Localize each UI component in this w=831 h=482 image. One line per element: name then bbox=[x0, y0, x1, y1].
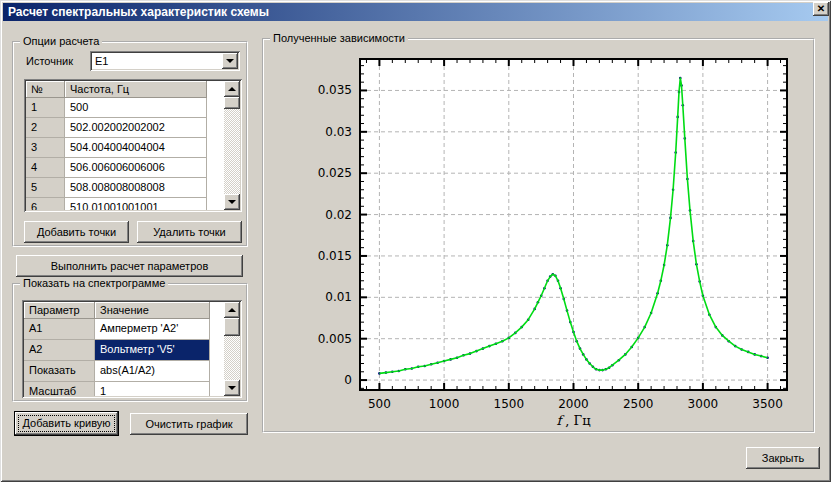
parameter-name-cell: Показать bbox=[24, 361, 95, 382]
y-tick-label: 0.03 bbox=[325, 125, 352, 139]
options-group: Опции расчета Источник E1 №Частота, Гц15… bbox=[12, 41, 248, 247]
parameter-value-cell[interactable]: Амперметр 'A2' bbox=[95, 319, 210, 340]
column-header: Параметр bbox=[24, 302, 95, 319]
row-number-cell: 2 bbox=[26, 118, 65, 138]
compute-button[interactable]: Выполнить расчет параметров bbox=[16, 255, 243, 277]
frequency-cell[interactable]: 506.006006006006 bbox=[65, 158, 207, 178]
table-row: 3504.004004004004 bbox=[26, 138, 224, 158]
table-row: A2Вольтметр 'V5' bbox=[24, 340, 224, 361]
y-tick-label: 0.005 bbox=[318, 332, 352, 346]
table-row: Масштаб1 bbox=[24, 382, 224, 396]
spectrum-chart: 00.0050.010.0150.020.0250.030.0355001000… bbox=[266, 42, 815, 433]
x-tick-label: 3000 bbox=[688, 397, 719, 411]
add-curve-button[interactable]: Добавить кривую bbox=[14, 411, 119, 436]
source-combobox[interactable]: E1 bbox=[90, 51, 240, 71]
frequency-table: №Частота, Гц15002502.0020020020023504.00… bbox=[24, 79, 242, 212]
focus-rectangle: Добавить кривую bbox=[18, 415, 115, 432]
frequency-cell[interactable]: 504.004004004004 bbox=[65, 138, 207, 158]
y-tick-label: 0 bbox=[344, 373, 352, 387]
x-tick-label: 1000 bbox=[429, 397, 460, 411]
parameters-table-body: ПараметрЗначениеA1Амперметр 'A2'A2Вольтм… bbox=[24, 302, 224, 396]
parameters-table-scrollbar[interactable] bbox=[224, 302, 240, 396]
y-tick-label: 0.01 bbox=[325, 290, 352, 304]
parameter-value-cell[interactable]: Вольтметр 'V5' bbox=[95, 340, 210, 361]
scroll-down-button[interactable] bbox=[224, 194, 240, 210]
frequency-table-body: №Частота, Гц15002502.0020020020023504.00… bbox=[26, 81, 224, 210]
table-row: A1Амперметр 'A2' bbox=[24, 319, 224, 340]
parameter-value-cell[interactable]: 1 bbox=[95, 382, 210, 396]
parameter-value-cell[interactable]: abs(A1/A2) bbox=[95, 361, 210, 382]
row-number-cell: 6 bbox=[26, 198, 65, 210]
source-label: Источник bbox=[26, 55, 73, 67]
parameters-table-header-row: ПараметрЗначение bbox=[24, 302, 224, 319]
row-number-cell: 4 bbox=[26, 158, 65, 178]
frequency-cell[interactable]: 500 bbox=[65, 98, 207, 118]
table-row: 4506.006006006006 bbox=[26, 158, 224, 178]
results-group: Полученные зависимости 00.0050.010.0150.… bbox=[262, 38, 815, 433]
add-curve-label: Добавить кривую bbox=[22, 417, 110, 429]
row-number-cell: 5 bbox=[26, 178, 65, 198]
arrow-up-icon bbox=[228, 308, 236, 312]
y-tick-label: 0.035 bbox=[318, 83, 352, 97]
column-header: № bbox=[26, 81, 65, 98]
column-header: Частота, Гц bbox=[65, 81, 207, 98]
arrow-up-icon bbox=[228, 87, 236, 91]
frequency-table-header-row: №Частота, Гц bbox=[26, 81, 224, 98]
x-tick-label: 1500 bbox=[494, 397, 525, 411]
options-group-title: Опции расчета bbox=[20, 35, 102, 47]
close-dialog-button[interactable]: Закрыть bbox=[746, 447, 820, 469]
scrollbar-thumb[interactable] bbox=[224, 97, 240, 109]
dialog-window: Расчет спектральных характеристик схемы … bbox=[0, 0, 831, 482]
close-icon: ✕ bbox=[817, 4, 825, 14]
frequency-cell[interactable]: 508.008008008008 bbox=[65, 178, 207, 198]
window-title: Расчет спектральных характеристик схемы bbox=[8, 5, 269, 19]
table-row: 1500 bbox=[26, 98, 224, 118]
parameter-name-cell: A2 bbox=[24, 340, 95, 361]
add-points-button[interactable]: Добавить точки bbox=[24, 221, 129, 243]
parameter-name-cell: Масштаб bbox=[24, 382, 95, 396]
spectrogram-group-title: Показать на спектрограмме bbox=[20, 277, 168, 289]
y-tick-label: 0.015 bbox=[318, 249, 352, 263]
parameter-name-cell: A1 bbox=[24, 319, 95, 340]
clear-plot-button[interactable]: Очистить график bbox=[130, 413, 248, 435]
table-row: Показатьabs(A1/A2) bbox=[24, 361, 224, 382]
scrollbar-thumb[interactable] bbox=[224, 318, 240, 336]
arrow-down-icon bbox=[228, 200, 236, 204]
scroll-down-button[interactable] bbox=[224, 380, 240, 396]
titlebar[interactable]: Расчет спектральных характеристик схемы bbox=[3, 3, 828, 21]
combo-dropdown-button[interactable] bbox=[222, 53, 238, 69]
x-tick-label: 2500 bbox=[623, 397, 654, 411]
x-tick-label: 3500 bbox=[752, 397, 783, 411]
table-row: 2502.002002002002 bbox=[26, 118, 224, 138]
row-number-cell: 1 bbox=[26, 98, 65, 118]
frequency-cell[interactable]: 510.01001001001 bbox=[65, 198, 207, 210]
chevron-down-icon bbox=[226, 59, 234, 63]
close-button[interactable]: ✕ bbox=[813, 2, 829, 16]
remove-points-button[interactable]: Удалить точки bbox=[137, 221, 242, 243]
x-tick-label: 500 bbox=[368, 397, 391, 411]
scroll-up-button[interactable] bbox=[224, 81, 240, 97]
frequency-table-scrollbar[interactable] bbox=[224, 81, 240, 210]
x-axis-title: f , Гц bbox=[556, 413, 590, 428]
y-tick-label: 0.02 bbox=[325, 208, 352, 222]
table-row: 6510.01001001001 bbox=[26, 198, 224, 210]
parameters-table: ПараметрЗначениеA1Амперметр 'A2'A2Вольтм… bbox=[22, 300, 242, 398]
x-tick-label: 2000 bbox=[558, 397, 589, 411]
frequency-cell[interactable]: 502.002002002002 bbox=[65, 118, 207, 138]
row-number-cell: 3 bbox=[26, 138, 65, 158]
spectrogram-group: Показать на спектрограмме ПараметрЗначен… bbox=[12, 283, 248, 402]
table-row: 5508.008008008008 bbox=[26, 178, 224, 198]
scroll-up-button[interactable] bbox=[224, 302, 240, 318]
arrow-down-icon bbox=[228, 386, 236, 390]
column-header: Значение bbox=[95, 302, 210, 319]
y-tick-label: 0.025 bbox=[318, 166, 352, 180]
source-value: E1 bbox=[95, 55, 108, 67]
